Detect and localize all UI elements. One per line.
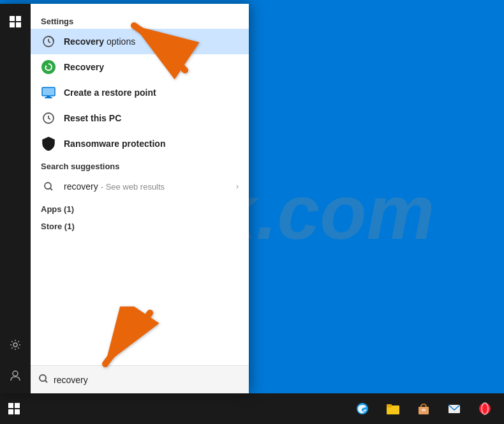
opera-taskbar-icon[interactable] (471, 395, 499, 423)
chevron-right-icon: › (236, 182, 239, 191)
web-search-icon (41, 179, 56, 194)
create-restore-point-icon (41, 85, 56, 100)
recovery-options-icon (41, 34, 56, 49)
results-area: Settings Recovery options (31, 4, 249, 365)
svg-rect-18 (8, 403, 13, 408)
recovery-options-suffix: options (107, 36, 135, 47)
svg-rect-20 (8, 409, 13, 414)
result-ransomware[interactable]: Ransomware protection (31, 131, 249, 156)
reset-pc-icon (41, 110, 56, 126)
sidebar (0, 4, 31, 393)
result-reset-pc[interactable]: Reset this PC (31, 105, 249, 131)
mail-taskbar-icon[interactable] (440, 395, 468, 423)
search-content: Settings Recovery options (31, 4, 249, 393)
result-recovery-options[interactable]: Recovery options (31, 29, 249, 54)
file-explorer-taskbar-icon[interactable] (379, 395, 407, 423)
web-search-query: recovery (64, 181, 98, 192)
create-restore-point-label: Create a restore point (64, 87, 156, 98)
recovery-app-icon (41, 59, 56, 75)
web-search-text: recovery - See web results (64, 181, 228, 192)
svg-rect-9 (47, 96, 50, 97)
reset-pc-label: Reset this PC (64, 113, 121, 123)
svg-rect-3 (16, 22, 21, 27)
result-web-search[interactable]: recovery - See web results › (31, 174, 249, 199)
recovery-app-text: Recovery (64, 62, 239, 72)
svg-marker-7 (45, 65, 47, 68)
ransomware-icon (41, 136, 56, 151)
store-taskbar-icon[interactable] (410, 395, 438, 423)
settings-section-header: Settings (31, 11, 249, 29)
reset-pc-text: Reset this PC (64, 113, 239, 123)
search-input[interactable] (54, 375, 241, 385)
start-button[interactable] (3, 9, 28, 34)
sidebar-bottom (3, 332, 28, 393)
svg-rect-8 (42, 87, 55, 96)
search-bar-icon (38, 374, 48, 386)
user-sidebar-icon[interactable] (3, 363, 28, 388)
svg-rect-21 (15, 409, 20, 414)
suggestions-section-header: Search suggestions (31, 156, 249, 174)
result-create-restore-point[interactable]: Create a restore point (31, 80, 249, 105)
taskbar-start-button[interactable] (0, 395, 28, 423)
store-section-header: Store (1) (31, 216, 249, 234)
taskbar (0, 393, 504, 424)
svg-rect-10 (45, 97, 52, 98)
svg-rect-26 (422, 409, 426, 411)
svg-rect-1 (16, 16, 21, 21)
svg-rect-24 (387, 404, 392, 407)
web-search-suffix: - See web results (101, 182, 165, 192)
search-bar[interactable] (31, 365, 249, 393)
recovery-app-bold: Recovery (64, 62, 104, 72)
ransomware-label: Ransomware protection (64, 139, 165, 149)
svg-line-13 (50, 188, 53, 191)
svg-rect-2 (10, 22, 15, 27)
svg-rect-0 (10, 16, 15, 21)
result-recovery-app[interactable]: Recovery (31, 54, 249, 80)
settings-sidebar-icon[interactable] (3, 332, 28, 358)
svg-point-28 (479, 403, 491, 414)
create-restore-point-text: Create a restore point (64, 87, 239, 98)
svg-line-15 (45, 380, 48, 382)
apps-section-header: Apps (1) (31, 199, 249, 216)
ransomware-text: Ransomware protection (64, 139, 239, 149)
svg-point-5 (13, 371, 18, 376)
svg-point-4 (13, 343, 17, 347)
start-menu-panel: Settings Recovery options (0, 4, 249, 393)
recovery-options-bold: Recovery (64, 36, 104, 47)
recovery-options-text: Recovery options (64, 36, 239, 47)
svg-rect-19 (15, 403, 20, 408)
taskbar-icons (348, 395, 504, 423)
edge-taskbar-icon[interactable] (348, 395, 376, 423)
